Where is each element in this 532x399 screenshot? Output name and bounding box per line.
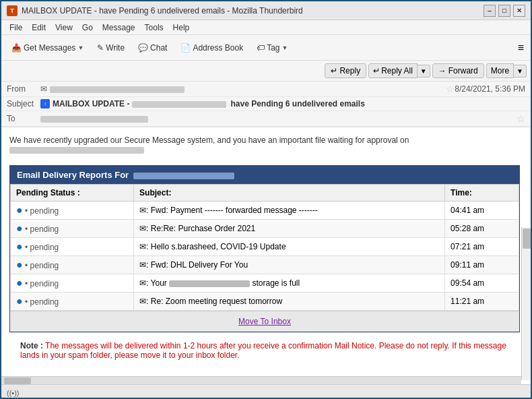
menu-tools[interactable]: Tools bbox=[141, 22, 168, 34]
from-value bbox=[50, 84, 443, 94]
h-scrollbar-thumb[interactable] bbox=[4, 377, 31, 384]
subject-label: Subject bbox=[7, 99, 40, 109]
write-icon: ✎ bbox=[97, 43, 104, 53]
status-bar: ((•)) bbox=[1, 384, 531, 399]
row-status-1: ● • pending bbox=[11, 220, 134, 238]
row-time-4: 09:54 am bbox=[445, 274, 519, 293]
table-row: ● • pending✉: Fwd: Payment ------- forwa… bbox=[11, 202, 519, 220]
to-value bbox=[40, 114, 514, 123]
reply-all-button-group: ↵ Reply All ▼ bbox=[368, 63, 430, 78]
status-icon: ● bbox=[16, 295, 23, 307]
note-label: Note : bbox=[20, 341, 43, 350]
move-to-inbox-link[interactable]: Move To Inbox bbox=[238, 317, 291, 326]
tag-button[interactable]: 🏷 Tag ▼ bbox=[251, 40, 294, 56]
row-status-5: ● • pending bbox=[11, 293, 134, 311]
main-toolbar: 📥 Get Messages ▼ ✎ Write 💬 Chat 📄 Addres… bbox=[1, 35, 531, 61]
get-messages-arrow[interactable]: ▼ bbox=[77, 44, 84, 51]
table-title: Email Delivery Reports For bbox=[10, 166, 519, 184]
title-bar: T MAILBOX UPDATE - have Pending 6 undeli… bbox=[1, 1, 531, 20]
from-icon: ✉ bbox=[40, 84, 47, 94]
menu-view[interactable]: View bbox=[51, 22, 77, 34]
forward-icon: → bbox=[438, 66, 446, 75]
from-redacted bbox=[50, 86, 185, 93]
email-icon: ✉ bbox=[139, 260, 146, 270]
scrollbar-thumb[interactable] bbox=[523, 228, 531, 249]
write-button[interactable]: ✎ Write bbox=[91, 40, 131, 56]
from-field: From ✉ ☆ 8/24/2021, 5:36 PM bbox=[1, 82, 531, 97]
status-icon: ● bbox=[16, 222, 23, 234]
row-status-0: ● • pending bbox=[11, 202, 134, 220]
email-header: ↵ Reply ↵ Reply All ▼ → Forward More ▼ bbox=[1, 61, 531, 127]
row-subject-0: ✉: Fwd: Payment ------- forwarded messag… bbox=[134, 202, 445, 220]
window-title: MAILBOX UPDATE - have Pending 6 undelive… bbox=[22, 6, 303, 16]
maximize-button[interactable]: □ bbox=[498, 5, 510, 17]
menu-edit[interactable]: Edit bbox=[28, 22, 50, 34]
reply-all-dropdown[interactable]: ▼ bbox=[418, 65, 430, 78]
table-row: ● • pending✉: Re:Re: Purchase Order 2021… bbox=[11, 220, 519, 238]
row-subject-3: ✉: Fwd: DHL Delivery For You bbox=[134, 256, 445, 274]
address-book-button[interactable]: 📄 Address Book bbox=[174, 40, 249, 56]
note-text: Note : The messages will be delivered wi… bbox=[20, 341, 509, 360]
tag-arrow[interactable]: ▼ bbox=[282, 44, 288, 51]
window-controls: – □ ✕ bbox=[484, 5, 525, 17]
reply-button[interactable]: ↵ Reply bbox=[325, 63, 366, 78]
vertical-scrollbar[interactable] bbox=[521, 227, 531, 380]
header-action-toolbar: ↵ Reply ↵ Reply All ▼ → Forward More ▼ bbox=[1, 61, 531, 82]
move-to-inbox-bar: Move To Inbox bbox=[10, 311, 519, 332]
row-subject-1: ✉: Re:Re: Purchase Order 2021 bbox=[134, 220, 445, 238]
minimize-button[interactable]: – bbox=[484, 5, 496, 17]
table-row: ● • pending✉: Re: Zoom meeting request t… bbox=[11, 293, 519, 311]
hamburger-menu[interactable]: ≡ bbox=[515, 39, 527, 57]
status-icon: ● bbox=[16, 259, 23, 270]
row-status-3: ● • pending bbox=[11, 256, 134, 274]
close-button[interactable]: ✕ bbox=[513, 5, 525, 17]
email-icon: ✉ bbox=[139, 206, 146, 215]
intro-redacted bbox=[9, 147, 144, 154]
address-book-icon: 📄 bbox=[180, 43, 191, 53]
more-dropdown[interactable]: ▼ bbox=[514, 65, 527, 78]
horizontal-scrollbar[interactable] bbox=[1, 376, 521, 384]
status-icon: ● bbox=[16, 204, 23, 216]
row-time-2: 07:21 am bbox=[445, 238, 519, 256]
table-row: ● • pending✉: Your storage is full09:54 … bbox=[11, 274, 519, 293]
col-header-subject: Subject: bbox=[134, 185, 445, 202]
menu-go[interactable]: Go bbox=[78, 22, 97, 34]
delivery-table: Pending Status : Subject: Time: ● • pend… bbox=[10, 184, 519, 311]
status-icon: ((•)) bbox=[7, 389, 20, 397]
from-star[interactable]: ☆ bbox=[446, 84, 455, 94]
menu-help[interactable]: Help bbox=[169, 22, 194, 34]
subject-icon: ! bbox=[40, 99, 50, 109]
more-main[interactable]: More bbox=[486, 63, 514, 78]
col-header-time: Time: bbox=[445, 185, 519, 202]
col-header-status: Pending Status : bbox=[11, 185, 134, 202]
menu-file[interactable]: File bbox=[5, 22, 26, 34]
row-status-2: ● • pending bbox=[11, 238, 134, 256]
to-redacted bbox=[40, 116, 148, 123]
chat-button[interactable]: 💬 Chat bbox=[132, 40, 173, 56]
status-icon: ● bbox=[16, 277, 23, 288]
table-row: ● • pending✉: Hello s.barasheed, COVID-1… bbox=[11, 238, 519, 256]
email-content-area: We have recently upgraded our Secure Mes… bbox=[1, 127, 531, 399]
forward-button[interactable]: → Forward bbox=[432, 63, 484, 78]
reply-all-main[interactable]: ↵ Reply All bbox=[368, 63, 418, 78]
row-time-0: 04:41 am bbox=[445, 202, 519, 220]
email-body-scroll[interactable]: We have recently upgraded our Secure Mes… bbox=[1, 127, 531, 399]
row-subject-5: ✉: Re: Zoom meeting request tomorrow bbox=[134, 293, 445, 311]
app-icon: T bbox=[7, 5, 18, 16]
email-date: 8/24/2021, 5:36 PM bbox=[455, 84, 525, 94]
email-icon: ✉ bbox=[139, 242, 146, 251]
to-label: To bbox=[7, 114, 40, 123]
title-bar-left: T MAILBOX UPDATE - have Pending 6 undeli… bbox=[7, 5, 303, 16]
email-icon: ✉ bbox=[139, 278, 146, 288]
to-star[interactable]: ☆ bbox=[517, 113, 525, 124]
get-messages-button[interactable]: 📥 Get Messages ▼ bbox=[5, 40, 90, 56]
row-time-3: 09:11 am bbox=[445, 256, 519, 274]
subject-value: MAILBOX UPDATE - have Pending 6 undelive… bbox=[53, 99, 365, 109]
note-section: Note : The messages will be delivered wi… bbox=[9, 332, 520, 368]
row-time-5: 11:21 am bbox=[445, 293, 519, 311]
reply-icon: ↵ bbox=[331, 66, 337, 75]
email-icon: ✉ bbox=[139, 224, 146, 233]
subject-field: Subject ! MAILBOX UPDATE - have Pending … bbox=[1, 97, 531, 111]
menu-bar: File Edit View Go Message Tools Help bbox=[1, 20, 531, 35]
menu-message[interactable]: Message bbox=[98, 22, 139, 34]
